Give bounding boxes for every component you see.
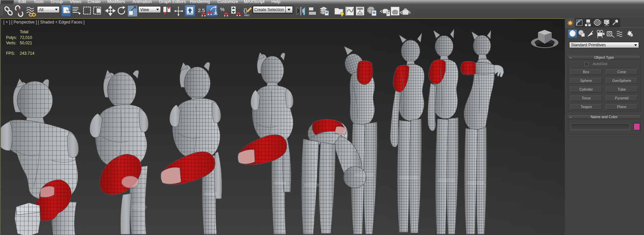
svg-text:Create Selection Se: Create Selection Se: [254, 7, 290, 12]
svg-text:View: View: [140, 7, 149, 12]
svg-text:%: %: [220, 6, 224, 12]
svg-text:ABC: ABC: [244, 14, 250, 17]
svg-text:All: All: [39, 7, 43, 12]
svg-text:2.5: 2.5: [198, 7, 205, 13]
